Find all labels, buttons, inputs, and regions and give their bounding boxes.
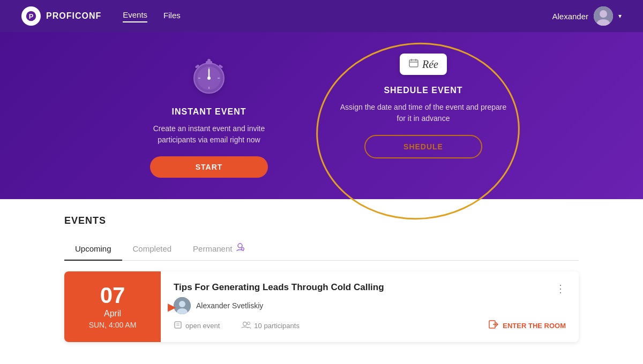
event-date-box: 07 April SUN, 4:00 AM — [64, 271, 161, 342]
logo-area[interactable]: P PROFICONF — [21, 6, 101, 26]
svg-rect-28 — [175, 322, 181, 328]
svg-point-21 — [238, 244, 242, 248]
participants-label: 10 participants — [254, 322, 300, 330]
event-card: 07 April SUN, 4:00 AM Tips For Generatin… — [64, 271, 579, 342]
events-section-label: EVENTS — [64, 215, 579, 226]
tab-permanent[interactable]: Permanent — [182, 237, 256, 261]
logo-text: PROFICONF — [46, 11, 101, 21]
instant-event-title: INSTANT EVENT — [172, 107, 246, 117]
event-info: Tips For Generating Leads Through Cold C… — [161, 271, 579, 342]
schedule-event-title: SHEDULE EVENT — [384, 86, 462, 95]
events-tabs: Upcoming Completed Permanent — [64, 237, 579, 261]
tab-upcoming[interactable]: Upcoming — [64, 237, 122, 261]
host-avatar — [174, 297, 191, 314]
permanent-icon — [235, 242, 245, 254]
enter-room-label: ENTER THE ROOM — [503, 322, 566, 330]
events-section: EVENTS Upcoming Completed Permanent 0 — [0, 199, 643, 364]
schedule-card-text: Rée — [422, 58, 438, 71]
header: P PROFICONF Events Files Alexander ▾ — [0, 0, 643, 32]
schedule-button[interactable]: SHEDULE — [364, 135, 482, 158]
enter-room-button[interactable]: ENTER THE ROOM — [489, 320, 566, 331]
event-menu-button[interactable]: ⋮ — [555, 282, 566, 295]
svg-point-26 — [179, 301, 185, 307]
schedule-card: Rée — [400, 54, 447, 75]
svg-point-16 — [207, 77, 211, 80]
open-event-icon — [174, 321, 182, 331]
event-host: Alexander Svetliskiy — [174, 297, 384, 314]
logo-icon: P — [21, 6, 41, 26]
calendar-icon — [408, 58, 419, 71]
event-dow-time: SUN, 4:00 AM — [89, 321, 137, 329]
event-day: 07 — [100, 284, 125, 307]
instant-event-desc: Create an instant event and invite parti… — [134, 123, 284, 146]
start-button[interactable]: START — [150, 156, 268, 178]
event-meta: open event 10 participants — [174, 320, 566, 331]
nav-events[interactable]: Events — [123, 10, 147, 22]
event-title-text: Tips For Generating Leads Through Cold C… — [174, 282, 384, 293]
event-top: Tips For Generating Leads Through Cold C… — [174, 282, 566, 314]
main-nav: Events Files — [123, 10, 181, 22]
schedule-event-desc: Assign the date and time of the event an… — [338, 102, 509, 124]
instant-event-option: INSTANT EVENT Create an instant event an… — [134, 54, 284, 178]
schedule-event-option: Rée SHEDULE EVENT Assign the date and ti… — [338, 54, 509, 158]
host-name: Alexander Svetliskiy — [196, 301, 263, 310]
event-month: April — [104, 309, 121, 318]
schedule-icon-container: Rée — [400, 54, 447, 75]
svg-point-31 — [243, 322, 247, 325]
svg-rect-7 — [207, 59, 211, 62]
event-title-container: Tips For Generating Leads Through Cold C… — [174, 282, 384, 314]
event-type-label: open event — [185, 322, 220, 330]
user-name: Alexander — [552, 12, 588, 21]
event-type-meta: open event — [174, 321, 220, 331]
participants-icon — [241, 321, 251, 330]
tab-completed[interactable]: Completed — [122, 237, 183, 261]
user-avatar — [594, 6, 613, 26]
hero-section: INSTANT EVENT Create an instant event an… — [0, 32, 643, 199]
svg-rect-17 — [409, 60, 418, 67]
event-participants-meta: 10 participants — [241, 321, 300, 330]
svg-point-3 — [600, 10, 607, 18]
stopwatch-icon — [188, 54, 230, 96]
user-area[interactable]: Alexander ▾ — [552, 6, 622, 26]
chevron-down-icon: ▾ — [618, 12, 622, 20]
enter-room-icon — [489, 320, 498, 331]
nav-files[interactable]: Files — [163, 11, 181, 22]
svg-point-32 — [248, 322, 250, 324]
svg-text:P: P — [29, 12, 34, 20]
